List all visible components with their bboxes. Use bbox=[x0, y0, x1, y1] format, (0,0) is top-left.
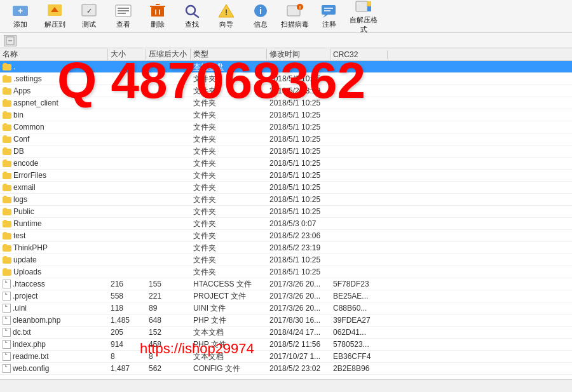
folder-icon bbox=[3, 220, 11, 227]
scan-button[interactable]: ! 扫描病毒 bbox=[278, 3, 311, 30]
cell-modified: 2017/3/26 20... bbox=[267, 280, 330, 288]
table-row[interactable]: exmail 文件夹 2018/5/1 10:25 bbox=[0, 182, 572, 194]
extract-button[interactable]: 解压到 bbox=[38, 3, 71, 30]
cell-type: 文件夹 bbox=[191, 243, 267, 253]
table-row[interactable]: Conf 文件夹 2018/5/1 10:25 bbox=[0, 133, 572, 145]
cell-type: 文件夹 bbox=[191, 170, 267, 181]
table-row[interactable]: encode 文件夹 2018/5/1 10:25 bbox=[0, 158, 572, 170]
svg-text:!: ! bbox=[299, 4, 301, 11]
cell-name: test bbox=[0, 231, 108, 240]
table-row[interactable]: dc.txt 205 152 文本文档 2018/4/24 17... 062D… bbox=[0, 327, 572, 339]
cell-name: dc.txt bbox=[0, 328, 108, 337]
cell-modified: 2018/5/1 10:25 bbox=[267, 195, 330, 204]
cell-compressed: 648 bbox=[146, 316, 191, 325]
table-row[interactable]: ThinkPHP 文件夹 2018/5/2 23:19 bbox=[0, 242, 572, 254]
cell-type: HTACCESS 文件 bbox=[191, 279, 267, 290]
add-button[interactable]: + 添加 bbox=[4, 3, 37, 30]
extract-label: 解压到 bbox=[44, 20, 65, 29]
cell-compressed: 155 bbox=[146, 280, 191, 288]
table-row[interactable]: ErrorFiles 文件夹 2018/5/1 10:25 bbox=[0, 170, 572, 182]
find-button[interactable]: 查找 bbox=[175, 3, 208, 30]
folder-icon bbox=[3, 159, 11, 167]
table-row[interactable]: test 文件夹 2018/5/2 23:06 bbox=[0, 230, 572, 242]
col-compressed[interactable]: 压缩后大小 bbox=[146, 49, 191, 60]
cell-compressed: 221 bbox=[146, 292, 191, 301]
cell-type: 文件夹 bbox=[191, 74, 267, 84]
file-icon bbox=[3, 316, 11, 325]
table-row[interactable]: .project 558 221 PROJECT 文件 2017/3/26 20… bbox=[0, 290, 572, 302]
table-row[interactable]: readme.txt 8 8 文本文档 2017/10/27 1... EB36… bbox=[0, 351, 572, 363]
table-row[interactable]: web.config 1,487 562 CONFIG 文件 2018/5/2 … bbox=[0, 363, 572, 375]
comment-icon bbox=[320, 3, 338, 18]
col-size[interactable]: 大小 bbox=[108, 49, 146, 60]
cell-name: .project bbox=[0, 292, 108, 301]
cell-name: Public bbox=[0, 207, 108, 216]
table-row[interactable]: aspnet_client 文件夹 2018/5/1 10:25 bbox=[0, 97, 572, 109]
cell-name: readme.txt bbox=[0, 352, 108, 361]
cell-size: 1,485 bbox=[108, 316, 146, 325]
cell-type: PROJECT 文件 bbox=[191, 291, 267, 302]
cell-modified: 2017/10/27 1... bbox=[267, 352, 330, 361]
cell-name: . bbox=[0, 62, 108, 71]
table-row[interactable]: Apps 文件夹 2018/5/2 23:19 bbox=[0, 85, 572, 97]
cell-modified: 2017/3/26 20... bbox=[267, 304, 330, 313]
test-label: 测试 bbox=[82, 20, 96, 29]
table-row[interactable]: .settings 文件夹 2018/5/1 10:25 bbox=[0, 73, 572, 85]
find-label: 查找 bbox=[185, 20, 199, 29]
table-row[interactable]: . 本地磁盘 bbox=[0, 61, 572, 73]
col-crc[interactable]: CRC32 bbox=[330, 50, 388, 59]
cell-crc: 2B2E8B96 bbox=[330, 364, 388, 373]
cell-name: index.php bbox=[0, 340, 108, 349]
sfx-button[interactable]: 自解压格式 bbox=[347, 3, 380, 30]
info-button[interactable]: i 信息 bbox=[244, 3, 277, 30]
cell-name: Apps bbox=[0, 86, 108, 95]
table-row[interactable]: bin 文件夹 2018/5/1 10:25 bbox=[0, 109, 572, 121]
cell-type: CONFIG 文件 bbox=[191, 363, 267, 374]
col-name[interactable]: 名称 bbox=[0, 49, 108, 60]
table-row[interactable]: update 文件夹 2018/5/1 10:25 bbox=[0, 254, 572, 266]
table-row[interactable]: index.php 914 458 PHP 文件 2018/5/2 11:56 … bbox=[0, 339, 572, 351]
wizard-button[interactable]: ! 向导 bbox=[210, 3, 243, 30]
folder-icon bbox=[3, 87, 11, 95]
table-row[interactable]: Common 文件夹 2018/5/1 10:25 bbox=[0, 121, 572, 133]
cell-name: ErrorFiles bbox=[0, 171, 108, 180]
cell-type: 文本文档 bbox=[191, 327, 267, 338]
svg-line-16 bbox=[194, 14, 198, 17]
statusbar bbox=[0, 379, 572, 392]
cell-name: update bbox=[0, 255, 108, 264]
table-row[interactable]: cleanbom.php 1,485 648 PHP 文件 2017/8/30 … bbox=[0, 314, 572, 327]
cell-modified: 2018/5/2 23:06 bbox=[267, 231, 330, 240]
cell-modified: 2018/5/1 10:25 bbox=[267, 135, 330, 144]
folder-icon bbox=[3, 75, 11, 83]
add-label: 添加 bbox=[13, 20, 27, 29]
col-modified[interactable]: 修改时间 bbox=[267, 49, 330, 60]
scan-icon: ! bbox=[286, 3, 304, 18]
table-row[interactable]: Uploads 文件夹 2018/5/1 10:25 bbox=[0, 266, 572, 278]
cell-size: 118 bbox=[108, 304, 146, 313]
folder-icon bbox=[3, 172, 11, 179]
cell-crc: 5F78DF23 bbox=[330, 280, 388, 288]
cell-size: 914 bbox=[108, 340, 146, 349]
table-row[interactable]: Public 文件夹 2018/5/1 10:25 bbox=[0, 206, 572, 218]
delete-button[interactable]: 删除 bbox=[141, 3, 174, 30]
table-row[interactable]: .htaccess 216 155 HTACCESS 文件 2017/3/26 … bbox=[0, 278, 572, 290]
table-row[interactable]: .uini 118 89 UINI 文件 2017/3/26 20... C88… bbox=[0, 302, 572, 314]
cell-modified: 2018/5/3 0:07 bbox=[267, 219, 330, 228]
view-button[interactable]: 查看 bbox=[107, 3, 140, 30]
cell-name: .settings bbox=[0, 74, 108, 83]
small-button[interactable] bbox=[4, 35, 17, 46]
col-type[interactable]: 类型 bbox=[191, 49, 267, 60]
table-row[interactable]: logs 文件夹 2018/5/1 10:25 bbox=[0, 194, 572, 206]
cell-size: 8 bbox=[108, 352, 146, 361]
cell-modified: 2018/5/1 10:25 bbox=[267, 147, 330, 156]
table-row[interactable]: Runtime 文件夹 2018/5/3 0:07 bbox=[0, 218, 572, 230]
cell-compressed: 8 bbox=[146, 352, 191, 361]
cell-type: PHP 文件 bbox=[191, 339, 267, 350]
cell-type: 文件夹 bbox=[191, 86, 267, 97]
comment-button[interactable]: 注释 bbox=[313, 3, 346, 30]
table-row[interactable]: DB 文件夹 2018/5/1 10:25 bbox=[0, 145, 572, 158]
cell-type: 文件夹 bbox=[191, 110, 267, 121]
cell-type: 文件夹 bbox=[191, 122, 267, 133]
test-button[interactable]: ✓ 测试 bbox=[72, 3, 106, 30]
second-toolbar bbox=[0, 33, 572, 48]
